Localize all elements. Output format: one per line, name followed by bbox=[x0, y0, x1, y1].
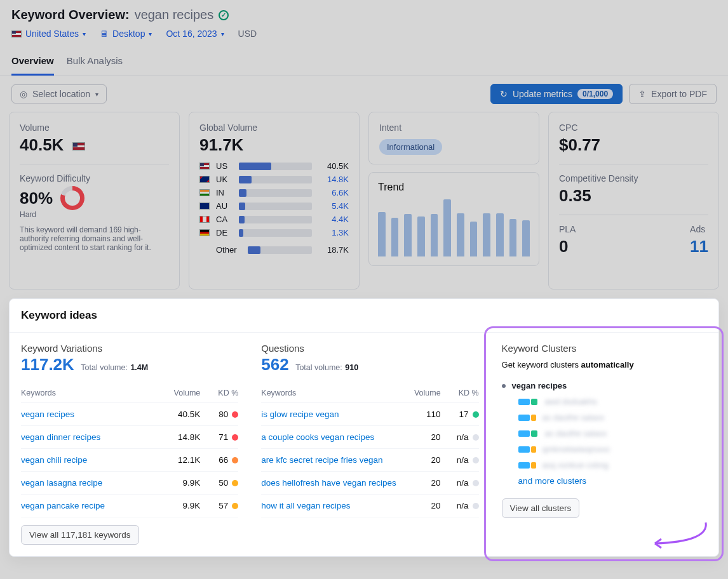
global-volume-row[interactable]: US 40.5K bbox=[199, 161, 349, 171]
tab-bulk-analysis[interactable]: Bulk Analysis bbox=[67, 49, 123, 76]
global-volume-row[interactable]: UK 14.8K bbox=[199, 175, 349, 184]
in-flag-icon bbox=[199, 189, 210, 196]
date-filter[interactable]: Oct 16, 2023 ▾ bbox=[166, 29, 224, 39]
col-kd: KD % bbox=[441, 383, 479, 403]
country-volume-value: 40.5K bbox=[318, 161, 349, 171]
cpc-label: CPC bbox=[559, 123, 708, 133]
trend-bar bbox=[470, 222, 478, 256]
country-code: IN bbox=[216, 188, 233, 197]
intent-card: Intent Informational bbox=[368, 112, 539, 164]
keyword-kd: 57 bbox=[200, 495, 238, 517]
global-volume-row[interactable]: AU 5.4K bbox=[199, 201, 349, 211]
country-volume-value[interactable]: 1.3K bbox=[318, 228, 349, 237]
variations-count[interactable]: 117.2K bbox=[21, 355, 74, 375]
other-volume-value: 18.7K bbox=[318, 245, 349, 255]
keyword-link[interactable]: vegan chili recipe bbox=[21, 455, 87, 465]
table-row: vegan pancake recipe 9.9K 57 bbox=[21, 495, 238, 517]
kd-donut-chart bbox=[60, 186, 84, 210]
tab-overview[interactable]: Overview bbox=[11, 49, 54, 76]
pla-label: PLA bbox=[559, 224, 576, 234]
country-volume-value[interactable]: 6.6K bbox=[318, 188, 349, 197]
intent-badge: Informational bbox=[379, 139, 442, 155]
country-code: US bbox=[216, 161, 233, 171]
cluster-item[interactable]: as dauthe salaxx bbox=[518, 429, 707, 438]
trend-bar bbox=[522, 220, 530, 256]
questions-total-value: 910 bbox=[345, 363, 358, 372]
kd-dot bbox=[232, 457, 238, 463]
keyword-link[interactable]: does hellofresh have vegan recipes bbox=[261, 478, 396, 488]
cluster-item[interactable]: awd dsdsakhs bbox=[518, 397, 707, 406]
country-code: DE bbox=[216, 228, 233, 237]
cluster-root-label: vegan recipes bbox=[512, 381, 567, 390]
cluster-item[interactable]: asq xsnkue cxbng bbox=[518, 460, 707, 470]
keyword-kd: n/a bbox=[441, 495, 479, 517]
country-volume-value[interactable]: 4.4K bbox=[318, 215, 349, 224]
cluster-blurred-text: as dauthe salaxx bbox=[545, 429, 607, 438]
keyword-volume: 14.8K bbox=[158, 426, 201, 449]
volume-label: Volume bbox=[20, 123, 169, 133]
volume-bar bbox=[239, 203, 312, 210]
export-pdf-button[interactable]: ⇪ Export to PDF bbox=[629, 84, 717, 104]
uk-flag-icon bbox=[199, 176, 210, 183]
chevron-down-icon: ▾ bbox=[221, 30, 224, 37]
cluster-item[interactable]: as dauthe salaxx bbox=[518, 413, 707, 422]
keyword-link[interactable]: are kfc secret recipe fries vegan bbox=[261, 455, 382, 465]
global-volume-row[interactable]: CA 4.4K bbox=[199, 215, 349, 224]
kd-dot bbox=[232, 480, 238, 486]
ads-label: Ads bbox=[690, 224, 708, 234]
variations-title: Keyword Variations bbox=[21, 343, 238, 354]
table-row: are kfc secret recipe fries vegan 20 n/a bbox=[261, 449, 478, 472]
country-filter[interactable]: United States ▾ bbox=[11, 29, 86, 39]
title-prefix: Keyword Overview: bbox=[11, 8, 130, 22]
volume-bar bbox=[248, 246, 312, 254]
keyword-kd: n/a bbox=[441, 472, 479, 495]
keyword-link[interactable]: vegan lasagna recipe bbox=[21, 478, 102, 488]
update-metrics-button[interactable]: ↻ Update metrics 0/1,000 bbox=[490, 84, 623, 104]
keyword-kd: 80 bbox=[200, 403, 238, 426]
de-flag-icon bbox=[199, 229, 210, 236]
keyword-link[interactable]: vegan pancake recipe bbox=[21, 501, 105, 510]
ads-value[interactable]: 11 bbox=[690, 237, 708, 256]
questions-count[interactable]: 562 bbox=[261, 355, 288, 375]
kd-word: Hard bbox=[20, 210, 169, 219]
col-kd: KD % bbox=[200, 383, 238, 403]
keyword-link[interactable]: a couple cooks vegan recipes bbox=[261, 432, 374, 442]
country-code: UK bbox=[216, 175, 233, 184]
other-label: Other bbox=[216, 245, 241, 255]
location-pin-icon: ◎ bbox=[20, 89, 27, 99]
cpc-value: $0.77 bbox=[559, 135, 708, 155]
volume-bar bbox=[239, 216, 312, 223]
country-volume-value[interactable]: 5.4K bbox=[318, 201, 349, 211]
competitive-density-value: 0.35 bbox=[559, 186, 708, 206]
device-filter[interactable]: 🖥 Desktop ▾ bbox=[100, 29, 152, 39]
keyword-link[interactable]: vegan dinner recipes bbox=[21, 432, 100, 442]
select-location-button[interactable]: ◎ Select location ▾ bbox=[11, 84, 107, 103]
keyword-link[interactable]: is glow recipe vegan bbox=[261, 409, 339, 419]
trend-bar bbox=[391, 218, 399, 256]
global-volume-row[interactable]: IN 6.6K bbox=[199, 188, 349, 197]
keyword-link[interactable]: how it all vegan recipes bbox=[261, 501, 350, 510]
trend-bar bbox=[496, 213, 504, 256]
table-row: a couple cooks vegan recipes 20 n/a bbox=[261, 426, 478, 449]
kd-dot bbox=[232, 411, 238, 418]
trend-label: Trend bbox=[378, 182, 530, 193]
table-row: does hellofresh have vegan recipes 20 n/… bbox=[261, 472, 478, 495]
view-all-clusters-button[interactable]: View all clusters bbox=[502, 498, 580, 518]
clusters-title: Keyword Clusters bbox=[502, 343, 707, 354]
au-flag-icon bbox=[199, 203, 210, 210]
cluster-item[interactable]: qmknxkiwiwqrsxxc bbox=[518, 444, 707, 454]
more-clusters-link[interactable]: and more clusters bbox=[518, 476, 707, 486]
global-volume-card: Global Volume 91.7K US 40.5K UK 14.8K IN… bbox=[189, 112, 360, 290]
table-row: vegan dinner recipes 14.8K 71 bbox=[21, 426, 238, 449]
keyword-volume: 20 bbox=[411, 495, 440, 517]
country-volume-value[interactable]: 14.8K bbox=[318, 175, 349, 184]
cluster-root[interactable]: vegan recipes bbox=[502, 381, 707, 390]
view-all-variations-button[interactable]: View all 117,181 keywords bbox=[21, 525, 139, 545]
competitive-density-label: Competitive Density bbox=[559, 173, 708, 183]
keyword-value: vegan recipes bbox=[135, 8, 214, 22]
global-volume-row[interactable]: DE 1.3K bbox=[199, 228, 349, 237]
country-code: AU bbox=[216, 201, 233, 211]
keyword-ideas-panel: Keyword ideas Keyword Variations 117.2K … bbox=[9, 298, 719, 557]
keyword-link[interactable]: vegan recipes bbox=[21, 409, 74, 419]
keyword-kd: 66 bbox=[200, 449, 238, 472]
